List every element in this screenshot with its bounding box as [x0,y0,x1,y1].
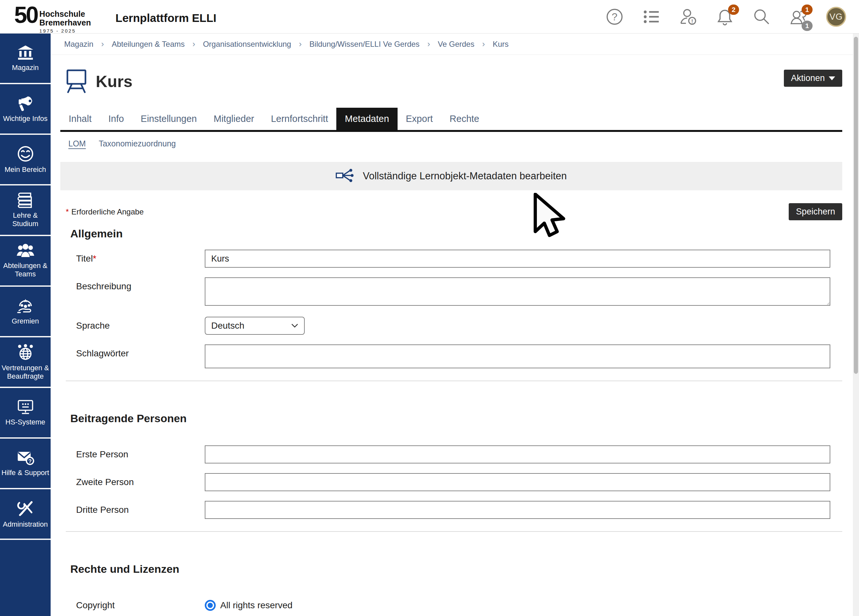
sprache-selected-value: Deutsch [211,321,244,331]
tab-export[interactable]: Export [398,108,442,130]
user-alert-icon[interactable]: ! [679,7,697,27]
sidebar-item-label: Mein Bereich [5,166,46,174]
banner-label: Vollständige Lernobjekt-Metadaten bearbe… [363,170,567,182]
breadcrumb-kurs[interactable]: Kurs [493,40,509,49]
tab-inhalt[interactable]: Inhalt [60,108,100,130]
subtab-lom[interactable]: LOM [68,139,86,149]
chevron-down-icon [829,77,835,80]
app-title: Lernplattform ELLI [116,12,216,25]
titel-label: Titel* [60,250,205,268]
sidebar-item-administration[interactable]: Administration [0,489,51,540]
breadcrumb-separator: › [101,39,104,49]
university-logo[interactable]: 50 Hochschule Bremerhaven 1975 - 2025 [14,2,91,34]
required-note: *Erforderliche Angabe [60,207,144,216]
breadcrumb-separator: › [299,39,302,49]
required-asterisk: * [93,253,97,264]
subtab-taxonomiezuordnung[interactable]: Taxonomiezuordnung [99,139,176,149]
monitor-icon [17,399,34,415]
people-group-icon [16,244,35,258]
dritte-person-input[interactable] [205,501,830,519]
scrollbar-thumb[interactable] [854,37,858,374]
sidebar-item-hs-systeme[interactable]: HS-Systeme [0,388,51,439]
tab-rechte[interactable]: Rechte [441,108,487,130]
help-icon[interactable]: ? [606,7,624,27]
breadcrumb-bildung-wissen[interactable]: Bildung/Wissen/ELLI Ve Gerdes [309,40,420,49]
books-icon [16,192,34,208]
tab-bar: Inhalt Info Einstellungen Mitglieder Ler… [60,108,842,132]
list-menu-icon[interactable] [642,7,661,27]
breadcrumb-magazin[interactable]: Magazin [64,40,94,49]
edit-full-metadata-banner[interactable]: Vollständige Lernobjekt-Metadaten bearbe… [60,162,842,190]
chevron-down-icon [291,324,298,328]
section-rechte-title: Rechte und Lizenzen [60,563,842,575]
sidebar-item-label: Wichtige Infos [3,114,47,123]
section-allgemein-title: Allgemein [60,227,842,240]
aktionen-button[interactable]: Aktionen [784,70,842,87]
tab-einstellungen[interactable]: Einstellungen [132,108,205,130]
course-easel-icon [66,68,87,95]
tab-mitglieder[interactable]: Mitglieder [205,108,262,130]
tab-info[interactable]: Info [100,108,132,130]
sub-tab-bar: LOM Taxonomiezuordnung [60,139,842,149]
assembly-hand-icon [16,298,34,314]
sidebar-item-vertretungen[interactable]: Vertretungen & Beauftragte [0,337,51,388]
sidebar-item-abteilungen-teams[interactable]: Abteilungen & Teams [0,236,51,287]
sidebar-item-mein-bereich[interactable]: Mein Bereich [0,135,51,186]
svg-text:?: ? [28,458,31,464]
tab-metadaten[interactable]: Metadaten [336,108,397,130]
sprache-label: Sprache [60,317,205,335]
page-title: Kurs [96,72,133,91]
breadcrumb-organisationsentwicklung[interactable]: Organisationsentwicklung [203,40,291,49]
copyright-label: Copyright [60,600,205,611]
section-divider [66,531,842,532]
mail-question-icon: ? [16,450,34,465]
speichern-button[interactable]: Speichern [789,203,842,220]
sprache-select[interactable]: Deutsch [205,317,305,335]
erste-person-input[interactable] [205,446,830,463]
contacts-badge-top: 1 [801,5,812,15]
smiley-icon [17,145,34,162]
vertical-scrollbar [853,34,859,616]
zweite-person-label: Zweite Person [60,473,205,491]
bank-icon [17,45,34,60]
dritte-person-label: Dritte Person [60,501,205,519]
copyright-radio-selected[interactable] [205,600,216,611]
sidebar-item-wichtige-infos[interactable]: Wichtige Infos [0,84,51,135]
search-icon[interactable] [753,7,771,27]
sidebar-item-label: HS-Systeme [5,418,45,426]
schlagwoerter-input[interactable] [205,344,830,368]
top-header: 50 Hochschule Bremerhaven 1975 - 2025 Le… [0,0,859,34]
sidebar-item-gremien[interactable]: Gremien [0,287,51,337]
contacts-icon[interactable]: 1 1 [789,7,807,27]
user-avatar[interactable]: VG [826,7,846,27]
sidebar-item-label: Administration [3,520,48,528]
sidebar-item-label: Vertretungen & Beauftragte [1,364,50,381]
beschreibung-textarea[interactable] [205,277,830,306]
sidebar-item-magazin[interactable]: Magazin [0,34,51,84]
breadcrumb-separator: › [427,39,430,49]
megaphone-icon [17,95,34,111]
section-divider [66,381,842,381]
sidebar-item-label: Magazin [12,64,39,72]
sidebar-item-label: Gremien [12,317,39,325]
sidebar-item-label: Abteilungen & Teams [1,261,50,278]
tab-lernfortschritt[interactable]: Lernfortschritt [262,108,336,130]
copyright-radio-label: All rights reserved [220,600,292,611]
svg-text:?: ? [612,11,617,23]
erste-person-label: Erste Person [60,446,205,463]
breadcrumb: Magazin › Abteilungen & Teams › Organisa… [51,34,859,55]
notifications-bell-icon[interactable]: 2 [716,7,734,27]
logo-50: 50 [14,2,37,28]
breadcrumb-ve-gerdes[interactable]: Ve Gerdes [438,40,474,49]
metadata-node-icon [336,168,355,184]
breadcrumb-abteilungen[interactable]: Abteilungen & Teams [112,40,184,49]
sidebar-item-label: Lehre & Studium [1,211,50,228]
logo-years: 1975 - 2025 [39,28,91,34]
zweite-person-input[interactable] [205,473,830,491]
main-content: Magazin › Abteilungen & Teams › Organisa… [51,34,859,616]
sidebar-item-lehre-studium[interactable]: Lehre & Studium [0,186,51,236]
titel-input[interactable] [205,250,830,268]
svg-text:!: ! [691,18,693,25]
logo-name-line1: Hochschule [39,10,91,19]
sidebar-item-hilfe-support[interactable]: ? Hilfe & Support [0,439,51,489]
